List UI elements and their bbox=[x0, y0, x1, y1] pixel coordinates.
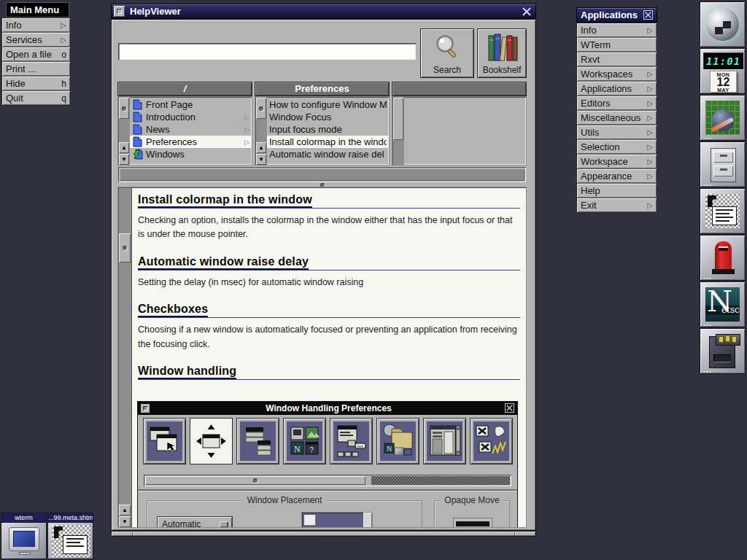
helpviewer-body: Search Bookshelf bbox=[111, 19, 536, 531]
search-input[interactable] bbox=[118, 43, 416, 60]
submenu-arrow-icon: ▷ bbox=[61, 21, 66, 29]
dock: 11:01 MON 12 MAY ... ... bbox=[700, 1, 746, 375]
list-item-install-colormap-selected[interactable]: Install colormap in the windo bbox=[267, 136, 389, 148]
miniaturize-icon bbox=[117, 9, 122, 14]
main-menu-titlebar[interactable]: Main Menu bbox=[6, 2, 69, 18]
wprefs-panel: Window Placement Automatic bbox=[138, 491, 517, 527]
browser-horizontal-scrollbar[interactable] bbox=[118, 167, 526, 182]
scroll-down-icon: ▼ bbox=[121, 156, 127, 163]
column-header-root: / bbox=[118, 82, 252, 96]
help-section: Install colormap in the window Checking … bbox=[138, 193, 520, 242]
wprefs-toolbar-scrollbar bbox=[144, 475, 511, 486]
submenu-arrow-icon: ▷ bbox=[647, 99, 653, 107]
list-item-input-focus-mode[interactable]: Input focus mode bbox=[267, 123, 389, 136]
dock-tile-netscape[interactable]: N etscape ... bbox=[700, 281, 746, 327]
menu-item-editors[interactable]: Editors▷ bbox=[577, 96, 657, 110]
scrollbar-knob[interactable] bbox=[393, 98, 403, 140]
menu-close-button[interactable] bbox=[643, 10, 653, 20]
applications-menu-title: Applications bbox=[581, 7, 638, 23]
dock-tile-editor[interactable] bbox=[700, 188, 746, 234]
scroll-up-button[interactable]: ▲ bbox=[119, 505, 131, 516]
menu-item-applications[interactable]: Applications▷ bbox=[577, 82, 657, 96]
scrollbar-knob[interactable] bbox=[119, 233, 131, 262]
list-item-how-to-configure[interactable]: How to configure Window M bbox=[267, 98, 389, 111]
dock-tile-archive[interactable]: ... bbox=[700, 328, 746, 374]
dock-tile-mail[interactable]: ... bbox=[700, 235, 746, 281]
helpviewer-titlebar[interactable]: HelpViewer bbox=[111, 4, 536, 19]
appicon-label: wterm bbox=[1, 513, 46, 523]
menu-item-hide[interactable]: Hide h bbox=[2, 77, 70, 90]
list-item-windows[interactable]: Windows bbox=[130, 148, 252, 160]
search-button[interactable]: Search bbox=[421, 29, 473, 77]
menu-item-print[interactable]: Print ... bbox=[2, 62, 70, 76]
scrollbar-knob[interactable] bbox=[256, 98, 266, 119]
menu-item-exit[interactable]: Exit▷ bbox=[577, 198, 657, 212]
window-handling-icon bbox=[193, 421, 229, 461]
column-scrollbar[interactable] bbox=[392, 97, 404, 165]
menu-item-workspace[interactable]: Workspace▷ bbox=[577, 155, 657, 168]
scroll-up-button[interactable]: ▲ bbox=[256, 142, 266, 153]
list-item-front-page[interactable]: Front Page bbox=[130, 98, 252, 111]
list-item-automatic-raise[interactable]: Automatic window raise del bbox=[267, 148, 389, 160]
menu-item-info[interactable]: Info▷ bbox=[577, 23, 657, 37]
browser-content-splitter[interactable] bbox=[118, 182, 526, 187]
menu-item-open-a-file[interactable]: Open a file o bbox=[2, 47, 70, 61]
dock-tile-file-cabinet[interactable]: ... bbox=[700, 141, 746, 187]
submenu-arrow-icon: ▷ bbox=[61, 36, 66, 44]
menu-item-utils[interactable]: Utils▷ bbox=[577, 125, 657, 139]
running-indicator: ... bbox=[703, 320, 712, 326]
menu-item-wterm[interactable]: WTerm bbox=[577, 38, 657, 52]
section-heading: Install colormap in the window bbox=[138, 193, 520, 206]
submenu-arrow-icon: ▷ bbox=[647, 26, 653, 34]
menu-item-info[interactable]: Info ▷ bbox=[2, 18, 70, 32]
scroll-up-button[interactable]: ▲ bbox=[119, 142, 129, 153]
column-scrollbar[interactable]: ▲ ▼ bbox=[118, 97, 130, 165]
list-item-introduction[interactable]: Introduction ▷ bbox=[130, 111, 252, 123]
bookshelf-button[interactable]: Bookshelf bbox=[478, 29, 526, 77]
appicon-meta-shtml[interactable]: ...99.meta.shtml bbox=[47, 513, 93, 559]
scroll-down-button[interactable]: ▼ bbox=[119, 516, 131, 527]
submenu-arrow-icon: ▷ bbox=[647, 201, 653, 209]
menu-item-workspaces[interactable]: Workspaces▷ bbox=[577, 67, 657, 81]
submenu-arrow-icon: ▷ bbox=[647, 70, 653, 78]
miniaturize-button[interactable] bbox=[114, 6, 125, 17]
submenu-arrow-icon: ▷ bbox=[647, 114, 653, 122]
resize-grip-left[interactable] bbox=[132, 532, 133, 535]
document-bolt-icon bbox=[132, 149, 143, 160]
menu-item-help[interactable]: Help bbox=[577, 184, 657, 198]
menu-item-quit[interactable]: Quit q bbox=[2, 91, 70, 105]
list-item-news[interactable]: News ▷ bbox=[130, 123, 252, 136]
dock-tile-windowmaker[interactable] bbox=[700, 1, 746, 47]
scrollbar-knob[interactable] bbox=[120, 168, 525, 181]
window-focus-icon bbox=[147, 421, 182, 461]
content-area: ▲ ▼ Install colormap in the window Check… bbox=[118, 187, 526, 527]
postbox-base bbox=[712, 269, 735, 274]
document-window-icon bbox=[52, 525, 90, 557]
close-button[interactable] bbox=[522, 7, 532, 17]
resize-bar[interactable] bbox=[111, 531, 536, 537]
applications-menu: Applications Info▷ WTerm Rxvt Workspaces… bbox=[576, 7, 657, 213]
scrollbar-knob[interactable] bbox=[119, 98, 129, 119]
menu-item-rxvt[interactable]: Rxvt bbox=[577, 52, 657, 66]
menu-item-selection[interactable]: Selection▷ bbox=[577, 140, 657, 154]
list-item-preferences-selected[interactable]: Preferences ▷ bbox=[130, 136, 252, 148]
main-menu: Main Menu Info ▷ Services ▷ Open a file … bbox=[1, 2, 71, 106]
column-scrollbar[interactable]: ▲ ▼ bbox=[255, 97, 267, 165]
wprefs-tool-icons: N ? bbox=[284, 419, 325, 464]
resize-grip-right[interactable] bbox=[514, 532, 515, 535]
content-scrollbar[interactable]: ▲ ▼ bbox=[118, 187, 131, 527]
dock-tile-clock[interactable]: 11:01 MON 12 MAY bbox=[700, 48, 746, 94]
column-header-preferences: Preferences bbox=[255, 82, 389, 96]
menu-item-services[interactable]: Services ▷ bbox=[2, 33, 70, 47]
list-item-window-focus[interactable]: Window Focus bbox=[267, 111, 389, 123]
menu-item-miscellaneous[interactable]: Miscellaneous▷ bbox=[577, 111, 657, 125]
dock-tile-wprefs[interactable]: ... bbox=[700, 95, 746, 141]
appicon-wterm[interactable]: wterm bbox=[1, 513, 47, 559]
main-menu-title: Main Menu bbox=[10, 2, 59, 18]
applications-menu-titlebar[interactable]: Applications bbox=[576, 7, 657, 23]
menu-item-appearance[interactable]: Appearance▷ bbox=[577, 169, 657, 183]
scroll-down-button[interactable]: ▼ bbox=[119, 154, 129, 165]
section-body: Setting the delay (in msec) for automati… bbox=[138, 276, 520, 289]
section-heading: Automatic window raise delay bbox=[138, 255, 520, 268]
scroll-down-button[interactable]: ▼ bbox=[256, 154, 266, 165]
